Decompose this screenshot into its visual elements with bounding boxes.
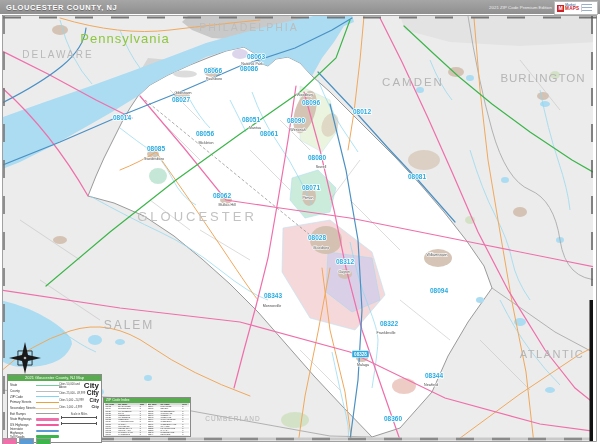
town-label: Mullica Hill [218, 203, 235, 207]
zip-label-08085: 08085 [147, 145, 165, 152]
region-label-burlington: BURLINGTON [500, 72, 585, 84]
map-poster: { "header": { "title": "GLOUCESTER COUNT… [0, 0, 600, 444]
legend-swatch [36, 408, 59, 409]
legend-swatch [36, 396, 59, 397]
zip-label-08066: 08066 [204, 67, 222, 74]
zip-label-08096: 08096 [302, 99, 320, 106]
town-label: Sewell [316, 165, 327, 169]
town-label: Mickleton [198, 141, 213, 145]
legend-city-samples: Cities 50,000 and AboveCityCities 25,000… [59, 383, 99, 440]
zip-label-08027: 08027 [172, 96, 190, 103]
corner-swatch [19, 438, 34, 444]
region-label-philadelphia: PHILADELPHIA [199, 21, 298, 33]
legend-swatch [36, 413, 59, 414]
zip-label-08080: 08080 [308, 154, 326, 161]
zip-label-08081: 08081 [408, 173, 426, 180]
map-legend: 2021 Gloucester County, NJ Map StateCoun… [7, 374, 102, 443]
legend-city-row: Cities 25,000 - 49,999City [59, 390, 99, 397]
legend-swatch [36, 424, 59, 426]
town-label: Newfield [424, 383, 438, 387]
svg-text:08328: 08328 [354, 352, 367, 357]
zip-label-08062: 08062 [213, 192, 231, 199]
zip-label-08312: 08312 [336, 258, 354, 265]
region-label-pennsylvania: Pennsylvania [80, 31, 169, 46]
town-label: Pitman [302, 196, 313, 200]
legend-swatch [36, 402, 59, 403]
zip-label-08071: 08071 [302, 184, 320, 191]
zip-label-08086: 08086 [240, 65, 258, 72]
zip-label-08322: 08322 [380, 320, 398, 327]
zip-label-08012: 08012 [353, 108, 371, 115]
zip-label-08061: 08061 [260, 130, 278, 137]
scale-bar [61, 417, 97, 421]
town-label: Woodbury [297, 93, 314, 97]
legend-swatch [36, 385, 59, 386]
region-label-salem: SALEM [104, 318, 155, 332]
scale-bars: Scale in Miles [59, 413, 99, 429]
scale-label: Scale in Miles [59, 413, 99, 416]
zip-label-08063: 08063 [247, 53, 265, 60]
legend-line-samples: StateCountyZIP CodePrimary StreetsSecond… [10, 383, 59, 440]
corner-color-key [2, 438, 51, 444]
zip-label-boxed: 08328 [352, 351, 369, 358]
town-label: Clayton [338, 270, 350, 274]
town-label: Paulsboro [206, 77, 222, 81]
region-label-camden: CAMDEN [382, 76, 444, 88]
zip-label-08094: 08094 [430, 287, 448, 294]
town-label: Franklinville [377, 331, 396, 335]
corner-swatch [2, 438, 17, 444]
town-label: Swedesboro [144, 157, 164, 161]
region-label-atlantic: ATLANTIC [520, 348, 584, 360]
town-label: Glassboro [313, 246, 329, 250]
scale-bar [61, 423, 97, 427]
zip-index-row: 08071PITMANP [105, 435, 147, 437]
zip-label-08056: 08056 [196, 130, 214, 137]
legend-swatch [36, 391, 59, 392]
corner-swatch [36, 438, 51, 444]
zip-index-group: ZIP CodeZIP NameType08012BLACKWOODP08014… [105, 403, 147, 437]
zip-label-08028: 08028 [308, 234, 326, 241]
zip-index-row: 08360VINELANDP [148, 435, 190, 437]
town-label: Monroeville [263, 304, 281, 308]
zip-label-08343: 08343 [264, 292, 282, 299]
zip-label-08051: 08051 [242, 116, 260, 123]
legend-swatch [36, 430, 59, 432]
zip-label-08344: 08344 [425, 372, 443, 379]
town-label: Williamstown [427, 253, 448, 257]
zip-label-08090: 08090 [287, 117, 305, 124]
region-label-delaware: DELAWARE [22, 49, 93, 60]
zip-label-08014: 08014 [113, 114, 131, 121]
town-label: Wenonah [290, 128, 305, 132]
legend-city-row: Cities 5,000 - 24,999City [59, 397, 99, 404]
zip-code-index: ZIP Code Index ZIP CodeZIP NameType08012… [103, 397, 191, 437]
town-label: Malaga [357, 363, 369, 367]
region-label-gloucester: GLOUCESTER [137, 209, 257, 224]
legend-swatch [36, 418, 59, 420]
region-label-cumberland: CUMBERLAND [205, 415, 261, 422]
town-label: Gibbstown [175, 91, 192, 95]
zip-label-08360: 08360 [384, 415, 402, 422]
zip-index-group: ZIP CodeZIP NameType08074RICHWOODP08080S… [148, 403, 190, 437]
legend-city-row: Cities 1,000 - 4,999City [59, 404, 99, 411]
